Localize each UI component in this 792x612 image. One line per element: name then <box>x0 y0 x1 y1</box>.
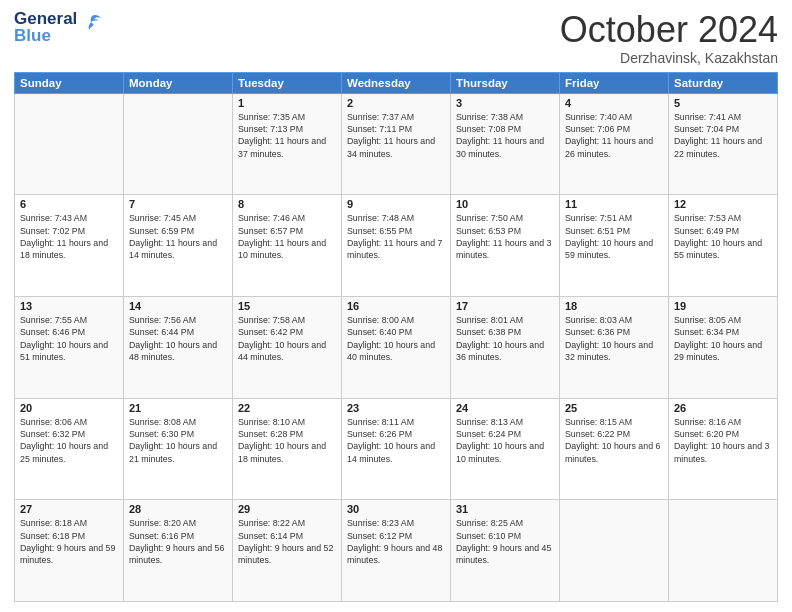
day-info: Sunrise: 7:37 AM Sunset: 7:11 PM Dayligh… <box>347 111 445 160</box>
day-info: Sunrise: 7:53 AM Sunset: 6:49 PM Dayligh… <box>674 212 772 261</box>
calendar-cell: 12Sunrise: 7:53 AM Sunset: 6:49 PM Dayli… <box>669 195 778 297</box>
calendar-cell: 21Sunrise: 8:08 AM Sunset: 6:30 PM Dayli… <box>124 398 233 500</box>
day-info: Sunrise: 7:48 AM Sunset: 6:55 PM Dayligh… <box>347 212 445 261</box>
day-number: 26 <box>674 402 772 414</box>
day-number: 23 <box>347 402 445 414</box>
day-number: 14 <box>129 300 227 312</box>
calendar-cell: 20Sunrise: 8:06 AM Sunset: 6:32 PM Dayli… <box>15 398 124 500</box>
calendar-cell: 24Sunrise: 8:13 AM Sunset: 6:24 PM Dayli… <box>451 398 560 500</box>
day-info: Sunrise: 8:11 AM Sunset: 6:26 PM Dayligh… <box>347 416 445 465</box>
day-number: 20 <box>20 402 118 414</box>
day-number: 9 <box>347 198 445 210</box>
day-info: Sunrise: 8:15 AM Sunset: 6:22 PM Dayligh… <box>565 416 663 465</box>
logo-bird-icon <box>81 12 103 38</box>
day-number: 1 <box>238 97 336 109</box>
day-info: Sunrise: 8:16 AM Sunset: 6:20 PM Dayligh… <box>674 416 772 465</box>
day-info: Sunrise: 7:51 AM Sunset: 6:51 PM Dayligh… <box>565 212 663 261</box>
week-row-2: 6Sunrise: 7:43 AM Sunset: 7:02 PM Daylig… <box>15 195 778 297</box>
weekday-header-thursday: Thursday <box>451 72 560 93</box>
calendar-cell: 3Sunrise: 7:38 AM Sunset: 7:08 PM Daylig… <box>451 93 560 195</box>
day-number: 13 <box>20 300 118 312</box>
weekday-header-saturday: Saturday <box>669 72 778 93</box>
day-info: Sunrise: 8:01 AM Sunset: 6:38 PM Dayligh… <box>456 314 554 363</box>
calendar-cell: 7Sunrise: 7:45 AM Sunset: 6:59 PM Daylig… <box>124 195 233 297</box>
calendar-cell: 10Sunrise: 7:50 AM Sunset: 6:53 PM Dayli… <box>451 195 560 297</box>
day-number: 17 <box>456 300 554 312</box>
calendar-cell: 18Sunrise: 8:03 AM Sunset: 6:36 PM Dayli… <box>560 296 669 398</box>
day-number: 22 <box>238 402 336 414</box>
calendar-cell: 22Sunrise: 8:10 AM Sunset: 6:28 PM Dayli… <box>233 398 342 500</box>
week-row-5: 27Sunrise: 8:18 AM Sunset: 6:18 PM Dayli… <box>15 500 778 602</box>
day-info: Sunrise: 8:00 AM Sunset: 6:40 PM Dayligh… <box>347 314 445 363</box>
location: Derzhavinsk, Kazakhstan <box>560 50 778 66</box>
calendar-cell: 31Sunrise: 8:25 AM Sunset: 6:10 PM Dayli… <box>451 500 560 602</box>
day-info: Sunrise: 7:46 AM Sunset: 6:57 PM Dayligh… <box>238 212 336 261</box>
day-number: 24 <box>456 402 554 414</box>
day-info: Sunrise: 7:58 AM Sunset: 6:42 PM Dayligh… <box>238 314 336 363</box>
page-container: General Blue October 2024 Derzhavinsk, K… <box>0 0 792 612</box>
week-row-4: 20Sunrise: 8:06 AM Sunset: 6:32 PM Dayli… <box>15 398 778 500</box>
day-info: Sunrise: 8:20 AM Sunset: 6:16 PM Dayligh… <box>129 517 227 566</box>
day-info: Sunrise: 7:38 AM Sunset: 7:08 PM Dayligh… <box>456 111 554 160</box>
day-info: Sunrise: 8:08 AM Sunset: 6:30 PM Dayligh… <box>129 416 227 465</box>
day-number: 31 <box>456 503 554 515</box>
day-number: 3 <box>456 97 554 109</box>
weekday-header-tuesday: Tuesday <box>233 72 342 93</box>
calendar-cell: 29Sunrise: 8:22 AM Sunset: 6:14 PM Dayli… <box>233 500 342 602</box>
calendar-cell <box>560 500 669 602</box>
calendar-cell <box>124 93 233 195</box>
calendar-table: SundayMondayTuesdayWednesdayThursdayFrid… <box>14 72 778 602</box>
calendar-cell <box>669 500 778 602</box>
day-info: Sunrise: 8:22 AM Sunset: 6:14 PM Dayligh… <box>238 517 336 566</box>
week-row-3: 13Sunrise: 7:55 AM Sunset: 6:46 PM Dayli… <box>15 296 778 398</box>
day-info: Sunrise: 7:41 AM Sunset: 7:04 PM Dayligh… <box>674 111 772 160</box>
calendar-cell: 4Sunrise: 7:40 AM Sunset: 7:06 PM Daylig… <box>560 93 669 195</box>
calendar-cell: 19Sunrise: 8:05 AM Sunset: 6:34 PM Dayli… <box>669 296 778 398</box>
day-number: 28 <box>129 503 227 515</box>
header: General Blue October 2024 Derzhavinsk, K… <box>14 10 778 66</box>
day-number: 29 <box>238 503 336 515</box>
title-block: October 2024 Derzhavinsk, Kazakhstan <box>560 10 778 66</box>
day-info: Sunrise: 8:23 AM Sunset: 6:12 PM Dayligh… <box>347 517 445 566</box>
day-number: 11 <box>565 198 663 210</box>
calendar-cell: 9Sunrise: 7:48 AM Sunset: 6:55 PM Daylig… <box>342 195 451 297</box>
day-number: 5 <box>674 97 772 109</box>
day-number: 6 <box>20 198 118 210</box>
logo: General Blue <box>14 10 103 44</box>
logo-blue: Blue <box>14 27 77 44</box>
calendar-cell: 25Sunrise: 8:15 AM Sunset: 6:22 PM Dayli… <box>560 398 669 500</box>
calendar-cell: 30Sunrise: 8:23 AM Sunset: 6:12 PM Dayli… <box>342 500 451 602</box>
day-number: 15 <box>238 300 336 312</box>
weekday-header-wednesday: Wednesday <box>342 72 451 93</box>
calendar-cell: 6Sunrise: 7:43 AM Sunset: 7:02 PM Daylig… <box>15 195 124 297</box>
day-number: 27 <box>20 503 118 515</box>
day-number: 19 <box>674 300 772 312</box>
day-info: Sunrise: 8:03 AM Sunset: 6:36 PM Dayligh… <box>565 314 663 363</box>
day-number: 2 <box>347 97 445 109</box>
calendar-cell: 28Sunrise: 8:20 AM Sunset: 6:16 PM Dayli… <box>124 500 233 602</box>
day-number: 21 <box>129 402 227 414</box>
month-title: October 2024 <box>560 10 778 50</box>
calendar-cell: 26Sunrise: 8:16 AM Sunset: 6:20 PM Dayli… <box>669 398 778 500</box>
calendar-cell: 1Sunrise: 7:35 AM Sunset: 7:13 PM Daylig… <box>233 93 342 195</box>
day-info: Sunrise: 7:45 AM Sunset: 6:59 PM Dayligh… <box>129 212 227 261</box>
day-number: 10 <box>456 198 554 210</box>
day-info: Sunrise: 8:13 AM Sunset: 6:24 PM Dayligh… <box>456 416 554 465</box>
day-info: Sunrise: 8:25 AM Sunset: 6:10 PM Dayligh… <box>456 517 554 566</box>
week-row-1: 1Sunrise: 7:35 AM Sunset: 7:13 PM Daylig… <box>15 93 778 195</box>
day-info: Sunrise: 7:50 AM Sunset: 6:53 PM Dayligh… <box>456 212 554 261</box>
day-number: 7 <box>129 198 227 210</box>
day-number: 12 <box>674 198 772 210</box>
day-info: Sunrise: 8:10 AM Sunset: 6:28 PM Dayligh… <box>238 416 336 465</box>
day-number: 18 <box>565 300 663 312</box>
day-number: 30 <box>347 503 445 515</box>
logo-general: General <box>14 10 77 27</box>
weekday-header-monday: Monday <box>124 72 233 93</box>
calendar-cell: 15Sunrise: 7:58 AM Sunset: 6:42 PM Dayli… <box>233 296 342 398</box>
calendar-cell: 8Sunrise: 7:46 AM Sunset: 6:57 PM Daylig… <box>233 195 342 297</box>
calendar-cell: 11Sunrise: 7:51 AM Sunset: 6:51 PM Dayli… <box>560 195 669 297</box>
calendar-cell: 2Sunrise: 7:37 AM Sunset: 7:11 PM Daylig… <box>342 93 451 195</box>
day-number: 16 <box>347 300 445 312</box>
weekday-header-row: SundayMondayTuesdayWednesdayThursdayFrid… <box>15 72 778 93</box>
calendar-cell: 13Sunrise: 7:55 AM Sunset: 6:46 PM Dayli… <box>15 296 124 398</box>
